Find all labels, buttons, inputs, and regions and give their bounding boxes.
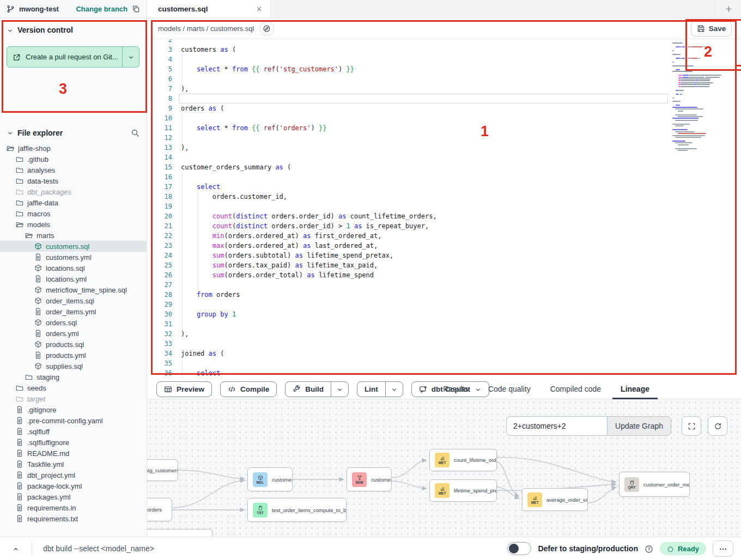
copilot-compass-button[interactable]: [259, 21, 274, 36]
tab-code-quality[interactable]: Code quality: [480, 380, 539, 399]
tree-item-dbt-project-yml[interactable]: dbt_project.yml: [0, 470, 147, 480]
tree-item-seeds[interactable]: seeds: [0, 382, 147, 393]
file-name: requirements.in: [27, 504, 76, 512]
defer-toggle[interactable]: [507, 542, 531, 555]
tree-item-models[interactable]: models: [0, 219, 147, 230]
build-options-caret[interactable]: [331, 382, 348, 397]
tree-item-locations-yml[interactable]: locations.yml: [0, 273, 147, 284]
file-name: products.sql: [46, 340, 84, 349]
update-graph-button[interactable]: Update Graph: [607, 416, 671, 436]
pr-options-caret[interactable]: [122, 47, 139, 67]
tree-item-jaffle-data[interactable]: jaffle-data: [0, 197, 147, 208]
close-icon[interactable]: [256, 4, 263, 14]
tree-item--sqlfluffignore[interactable]: .sqlfluffignore: [0, 437, 147, 448]
tab-strip: customers.sql: [147, 0, 741, 17]
lineage-node-customer-order-metrics[interactable]: QRYcustomer_order_metrics: [619, 472, 690, 497]
tree-item-taskfile-yml[interactable]: Taskfile.yml: [0, 459, 147, 470]
minimap[interactable]: [671, 39, 718, 111]
compass-icon: [263, 25, 271, 33]
compile-button[interactable]: Compile: [220, 381, 277, 397]
tree-item-locations-sql[interactable]: locations.sql: [0, 263, 147, 273]
file-name: dbt_project.yml: [27, 471, 75, 479]
tree-item-packages-yml[interactable]: packages.yml: [0, 491, 147, 502]
lineage-node-stg-customers[interactable]: MDLstg_customers: [147, 459, 178, 481]
code-line-3: customers as (: [181, 45, 236, 54]
tree-item-order-items-yml[interactable]: order_items.yml: [0, 306, 147, 317]
change-branch-link[interactable]: Change branch: [76, 5, 127, 13]
lineage-node-customers[interactable]: MDLcustomers: [247, 467, 293, 491]
tree-item-readme-md[interactable]: README.md: [0, 448, 147, 459]
top-bar: mwong-test Change branch customers.sql: [0, 0, 741, 18]
save-button[interactable]: Save: [691, 21, 732, 36]
tree-item-staging[interactable]: staging: [0, 372, 147, 382]
tab-lineage[interactable]: Lineage: [612, 380, 658, 399]
tree-item--github[interactable]: .github: [0, 154, 147, 165]
sidebar: Version control Create a pull request on…: [0, 18, 147, 537]
new-tab-button[interactable]: [715, 0, 741, 17]
tree-item-products-yml[interactable]: products.yml: [0, 350, 147, 361]
tree-item-requirements-in[interactable]: requirements.in: [0, 502, 147, 513]
help-icon[interactable]: ?: [645, 544, 653, 553]
editor-toolbar: Preview Compile Build Lint dbt Copilot R…: [147, 380, 741, 399]
tree-item-customers-sql[interactable]: customers.sql: [0, 241, 147, 252]
tree-item-order-items-sql[interactable]: order_items.sql: [0, 295, 147, 306]
tab-filler: [271, 0, 715, 17]
lint-options-caret[interactable]: [385, 382, 403, 397]
search-icon[interactable]: [131, 128, 139, 137]
tree-item-marts[interactable]: marts: [0, 230, 147, 241]
lineage-node-partial[interactable]: [147, 529, 212, 537]
model-cube-icon: [34, 242, 42, 250]
tree-item--gitignore[interactable]: .gitignore: [0, 404, 147, 415]
tree-item-data-tests[interactable]: data-tests: [0, 175, 147, 186]
tree-item-orders-sql[interactable]: orders.sql: [0, 317, 147, 328]
node-label: test_order_items_compute_to_bools...: [272, 507, 347, 513]
lineage-node-average-order-value[interactable]: METaverage_order_value: [522, 488, 588, 511]
tree-item-requirements-txt[interactable]: requirements.txt: [0, 513, 147, 524]
tree-item-target[interactable]: target: [0, 393, 147, 404]
lineage-node-count-lifetime-orders[interactable]: METcount_lifetime_orders: [429, 449, 497, 471]
line-number: 26: [148, 270, 172, 280]
cli-command-text[interactable]: dbt build --select <model_name>: [43, 544, 154, 553]
lineage-node-customers[interactable]: SEMcustomers: [347, 467, 392, 491]
lineage-node-orders[interactable]: MDLorders: [147, 498, 172, 521]
tree-item-dbt-packages[interactable]: dbt_packages: [0, 186, 147, 197]
code-editor[interactable]: 23customers as (45 select * from {{ ref(…: [147, 39, 741, 380]
tree-item-customers-yml[interactable]: customers.yml: [0, 252, 147, 263]
tree-item-package-lock-yml[interactable]: package-lock.yml: [0, 480, 147, 491]
tree-item-macros[interactable]: macros: [0, 208, 147, 219]
tree-item-products-sql[interactable]: products.sql: [0, 339, 147, 350]
model-cube-icon: [34, 297, 42, 305]
tree-item-supplies-sql[interactable]: supplies.sql: [0, 361, 147, 372]
expand-panel-chevron[interactable]: [12, 544, 20, 553]
tree-item--sqlfluff[interactable]: .sqlfluff: [0, 426, 147, 437]
build-button[interactable]: Build: [285, 381, 349, 397]
tree-item--pre-commit-config-yaml[interactable]: .pre-commit-config.yaml: [0, 415, 147, 426]
line-number: 13: [148, 143, 172, 153]
create-pull-request-button[interactable]: Create a pull request on Git...: [7, 46, 139, 68]
lineage-node-test-order-items-compute-to-bools-[interactable]: TSTtest_order_items_compute_to_bools...: [247, 498, 347, 522]
chevron-down-icon[interactable]: [7, 26, 14, 34]
tree-item-jaffle-shop[interactable]: jaffle-shop: [0, 143, 147, 154]
lineage-node-lifetime-spend-pretax[interactable]: METlifetime_spend_pretax: [429, 479, 497, 502]
folder-icon: [16, 188, 23, 196]
tab-results[interactable]: Results: [435, 380, 477, 399]
lineage-selector-input[interactable]: [506, 416, 607, 436]
file-name: requirements.txt: [27, 515, 78, 523]
tree-item-orders-yml[interactable]: orders.yml: [0, 328, 147, 339]
node-badge-mdl-icon: MDL: [253, 472, 268, 487]
more-options-button[interactable]: [713, 540, 733, 557]
folder-icon: [16, 395, 23, 403]
tab-customers-sql[interactable]: customers.sql: [147, 0, 271, 17]
save-label: Save: [709, 25, 726, 33]
tab-compiled-code[interactable]: Compiled code: [542, 380, 609, 399]
preview-button[interactable]: Preview: [156, 381, 212, 397]
fullscreen-button[interactable]: [682, 416, 701, 436]
code-line-7: ),: [181, 84, 189, 94]
refresh-button[interactable]: [708, 416, 727, 436]
folder-icon: [16, 210, 23, 217]
tree-item-analyses[interactable]: analyses: [0, 165, 147, 175]
chevron-down-icon[interactable]: [7, 129, 14, 137]
copy-icon[interactable]: [132, 4, 140, 14]
lint-button[interactable]: Lint: [357, 381, 403, 397]
tree-item-metricflow-time-spine-sql[interactable]: metricflow_time_spine.sql: [0, 284, 147, 295]
